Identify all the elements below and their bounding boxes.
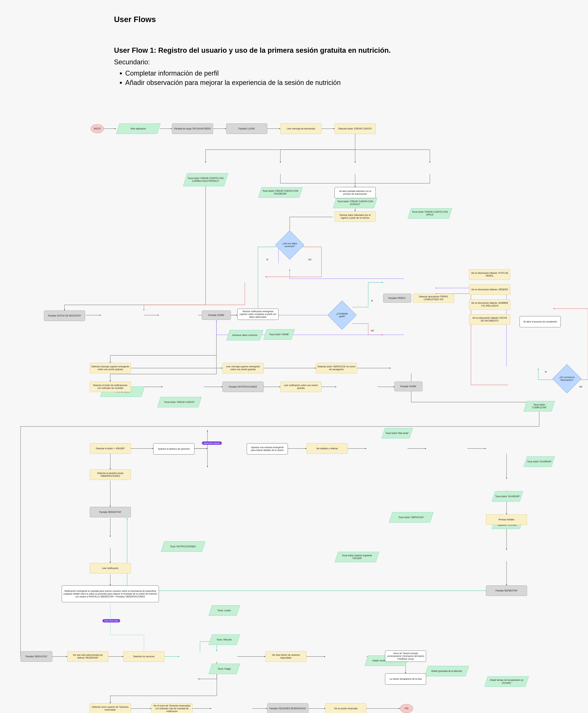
label-si: SI	[544, 370, 547, 373]
process-options-fan: Aparece el abanico de opciones	[153, 443, 194, 454]
process-completion: Se abre el proceso de compleción	[520, 316, 561, 327]
process-session-disappears: La sesión desaparece de la lista	[385, 673, 426, 685]
badge-first-time-user: First Time User	[102, 619, 120, 623]
action-review-data: Revisar datos rellenados por el registro…	[335, 211, 376, 222]
screen-bienestar: Pantalla 'BIENESTAR'	[90, 507, 131, 517]
action-tap-affection: Tocar: Afección	[209, 634, 240, 645]
action-save: Tocar botón 'GUARDAR'	[492, 491, 523, 502]
action-detect-msg: Detectar mensaje superior emergente sobr…	[90, 363, 131, 373]
action-detect-services2: Detectar los servicios	[123, 651, 165, 662]
action-tap-services: Tocar botón 'SERVICIOS'	[389, 512, 434, 523]
action-read-welcome: Leer mensaje de bienvenida	[280, 123, 321, 134]
process-webview: Se abre pantalla webview con el proceso …	[335, 187, 376, 198]
label-no: NO	[579, 385, 583, 388]
action-detect-services: Detectar botón 'SERVICIOS' en menú de na…	[316, 363, 357, 373]
action-add-time: Añadir tiempo de recuperación (si proced…	[484, 676, 529, 687]
screen-notifications: Pantalla 'NOTIFICACIONES'	[223, 382, 264, 392]
flow-connectors	[0, 0, 588, 713]
screen-home: Pantalla 'HOME'	[202, 310, 231, 320]
action-tap-home: Tocar botón 'HOME'	[264, 329, 295, 340]
action-enter-correct: Introducir datos correctos	[226, 330, 264, 341]
action-missing-gender: Ver la información faltante: GÉNERO	[469, 284, 510, 295]
label-si: SI	[266, 258, 269, 261]
start-node: INICIO	[91, 124, 104, 133]
action-view-details: Ver detalles a rellenar	[307, 443, 348, 454]
screen-home2: Pantalla 'HOME'	[394, 382, 422, 391]
action-missing-name: Ver la información faltante: NOMBRE Y/O …	[469, 299, 510, 310]
badge-user-selection: Selección usuario	[202, 442, 222, 445]
process-notif-profile: Mostrar notificación emergente superior …	[237, 309, 278, 320]
action-create-apple: Tocar botón 'CREAR CUENTA CON APPLE'	[408, 208, 452, 219]
action-detect-tab-obs: Detectar la pestaña actual 'OBSERVACIONE…	[90, 469, 131, 480]
screen-registration-data: Pantalla 'DATOS DE REGISTRO'	[44, 310, 85, 321]
action-view-reserved: Ver la sesión reservada	[325, 703, 366, 713]
process-long-notif: Notificación emergente en pantalla para …	[62, 586, 159, 602]
end-node: FIN	[400, 704, 413, 713]
label-no: NO	[308, 258, 312, 261]
action-detect-add: Detectar el botón '+ AÑADIR'	[90, 443, 131, 454]
action-later: Tocar botón 'Más tarde'	[381, 428, 413, 439]
process-session-taken: Aviso de 'Sesión tomada correctamente' (…	[385, 651, 426, 662]
action-read-msg: Leer mensaje superior emergente sobre un…	[223, 363, 264, 373]
action-tap-create: Tocar botón 'CREAR CUENTA'	[157, 397, 202, 407]
action-open-app: Abrir aplicación	[116, 123, 161, 134]
action-see-red-indicator: Ver el icono de 'Sesiones reservadas' co…	[151, 703, 192, 713]
action-detect-create: Detectar botón 'CREAR CUENTA'	[335, 123, 376, 134]
action-create-google: Tocar botón 'CREAR CUENTA CON GOOGLE'	[333, 198, 377, 208]
action-detect-reserved-icon: Detectar icono superior de 'Sesiones res…	[90, 703, 131, 713]
screen-services: Pantalla 'SERVICIOS'	[21, 651, 52, 662]
screen-reserved-sessions: Pantalla 'SESIONES RESERVADAS'	[267, 703, 308, 713]
action-save-top: Tocar botón 'GUARDAR'	[524, 456, 555, 467]
screen-login: Pantalla 'LOGIN'	[226, 123, 267, 134]
action-review-details: Revisar detalles	[486, 514, 527, 525]
action-create-email: Tocar botón 'CREAR CUENTA CON CORREO ELE…	[183, 173, 228, 186]
label-si: SI	[370, 299, 374, 302]
action-create-facebook: Tocar botón 'CREAR CUENTA CON FACEBOOK'	[258, 187, 302, 198]
action-missing-dob: Ver la información faltante: FECHA DE NA…	[469, 314, 510, 325]
screen-splash: Pantalla de carga 'SPLASHSCREEN'	[172, 123, 213, 134]
action-tap-fatigue: Tocar: Fatiga	[209, 664, 240, 674]
action-tap-notif: Tocar 'NOTIFICACIONES'	[161, 541, 205, 552]
action-read-notif: Leer notificación	[90, 563, 131, 573]
screen-profile: Pantalla 'PERFIL'	[383, 294, 411, 303]
action-detect-notif-ind: Detectar el botón de notificaciones con …	[90, 382, 131, 392]
action-view-sessions: Ver lista inferior de sesiones disponibl…	[266, 651, 307, 662]
action-missing-photo: Ver la información faltante: FOTO DE PER…	[469, 269, 510, 280]
process-popup-details: Aparece una ventana emergente para indic…	[247, 443, 288, 454]
action-detect-profile-pct: Detectar descripción 'PERFIL COMPLETADO …	[413, 294, 454, 303]
action-tap-back: Tocar botón superior izquierdo 'VOLVER'	[335, 552, 379, 562]
action-read-notif-session: Leer notificación sobre una sesión gratu…	[280, 382, 321, 392]
label-no: NO	[370, 329, 375, 332]
action-add-severity: Añadir gravedad de la afección	[424, 666, 469, 676]
action-see-reserve: Ver que está seleccionado por defecto 'R…	[67, 651, 108, 662]
action-complete: Tocar botón 'COMPLETAR'	[524, 401, 555, 411]
action-tap-lesion: Tocar: Lesión	[209, 605, 240, 616]
screen-bienestar2: Pantalla 'BIENESTAR'	[486, 586, 527, 596]
